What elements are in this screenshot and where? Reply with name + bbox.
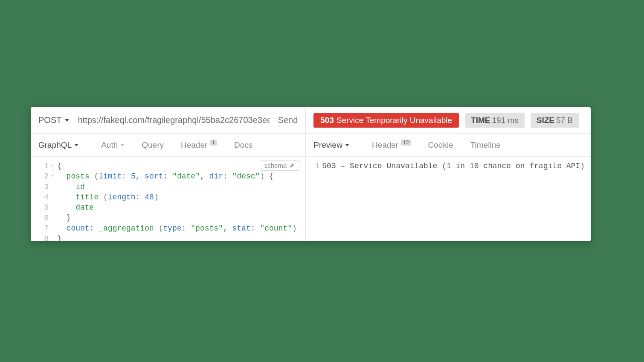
url-input[interactable]	[75, 115, 272, 125]
size-label: SIZE	[537, 116, 554, 125]
tab-header-label: Header	[181, 140, 207, 150]
code-line: 6 }	[37, 213, 299, 223]
tab-response-header-label: Header	[372, 140, 398, 150]
schema-button-label: schema	[264, 162, 287, 169]
fold-icon[interactable]: ▾	[51, 161, 57, 171]
tab-preview-label: Preview	[313, 140, 342, 150]
response-pane: 503Service Temporarily Unavailable TIME1…	[306, 107, 591, 241]
response-status-row: 503Service Temporarily Unavailable TIME1…	[306, 107, 591, 134]
tab-header[interactable]: Header 1	[172, 134, 226, 156]
tab-query-label: Query	[142, 140, 164, 150]
status-text: Service Temporarily Unavailable	[337, 116, 452, 125]
response-header-count-badge: 12	[401, 140, 411, 146]
http-method-label: POST	[38, 115, 61, 125]
tab-auth-label: Auth	[101, 140, 118, 150]
tab-auth[interactable]: Auth	[93, 134, 133, 156]
response-body[interactable]: 1 503 – Service Unavailable (1 in 10 cha…	[306, 157, 591, 241]
tab-preview[interactable]: Preview	[313, 134, 359, 156]
tab-docs[interactable]: Docs	[226, 134, 261, 156]
line-number: 4	[37, 192, 51, 202]
chevron-down-icon	[74, 144, 78, 146]
chevron-down-icon	[345, 144, 349, 146]
api-client-window: POST Send GraphQL Auth Query Header 1	[31, 107, 591, 241]
tab-query[interactable]: Query	[133, 134, 172, 156]
code-line: 5 date	[37, 202, 299, 213]
line-number: 6	[37, 213, 51, 223]
time-value: 191 ms	[492, 116, 518, 125]
size-badge: SIZE57 B	[531, 113, 579, 128]
line-number: 1	[312, 161, 322, 171]
code-line: 3 id	[37, 182, 299, 192]
chevron-down-icon	[65, 119, 69, 122]
response-text: 503 – Service Unavailable (1 in 10 chanc…	[322, 161, 585, 171]
response-line: 1 503 – Service Unavailable (1 in 10 cha…	[312, 161, 585, 171]
header-count-badge: 1	[210, 140, 217, 146]
wrench-icon	[289, 163, 295, 168]
code-line: 4 title (length: 48)	[37, 192, 299, 202]
response-tabs: Preview Header 12 Cookie Timeline	[306, 134, 591, 157]
status-code: 503	[320, 116, 334, 125]
chevron-down-icon	[120, 144, 125, 146]
status-badge: 503Service Temporarily Unavailable	[313, 113, 459, 128]
line-number: 1	[37, 161, 51, 171]
url-bar: POST Send	[31, 107, 305, 134]
tab-body-type[interactable]: GraphQL	[38, 134, 88, 156]
line-number: 8	[37, 234, 51, 241]
code-line: 8 }	[37, 234, 299, 241]
code-line: 2 ▾ posts (limit: 5, sort: "date", dir: …	[37, 171, 299, 181]
tab-docs-label: Docs	[234, 140, 252, 150]
http-method-dropdown[interactable]: POST	[38, 115, 75, 125]
request-pane: POST Send GraphQL Auth Query Header 1	[31, 107, 306, 241]
fold-icon[interactable]: ▾	[51, 171, 57, 181]
schema-button[interactable]: schema	[260, 160, 300, 171]
tab-cookie[interactable]: Cookie	[420, 134, 462, 156]
code-line: 7 count: _aggregation (type: "posts", st…	[37, 223, 299, 234]
request-tabs: GraphQL Auth Query Header 1 Docs	[31, 134, 305, 157]
tab-timeline[interactable]: Timeline	[462, 134, 509, 156]
send-button[interactable]: Send	[272, 115, 298, 125]
line-number: 3	[37, 182, 51, 192]
time-badge: TIME191 ms	[465, 113, 525, 128]
graphql-editor[interactable]: schema 1 ▾ { 2 ▾ posts (limit: 5, sort: …	[31, 157, 305, 241]
tab-cookie-label: Cookie	[428, 140, 453, 150]
time-label: TIME	[471, 116, 490, 125]
line-number: 7	[37, 223, 51, 234]
tab-body-type-label: GraphQL	[38, 140, 72, 150]
line-number: 2	[37, 171, 51, 181]
tab-response-header[interactable]: Header 12	[363, 134, 420, 156]
line-number: 5	[37, 202, 51, 213]
size-value: 57 B	[556, 116, 573, 125]
tab-timeline-label: Timeline	[470, 140, 501, 150]
